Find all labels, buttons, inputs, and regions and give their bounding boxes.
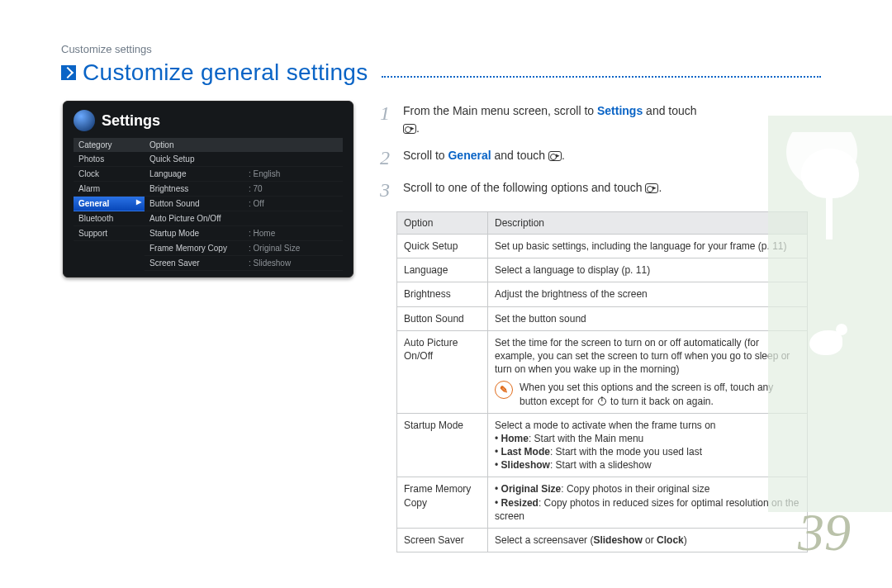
enter-icon	[403, 124, 416, 134]
decorative-background	[768, 116, 892, 512]
category-item: Bluetooth	[74, 211, 145, 226]
page-number: 39	[798, 502, 851, 563]
gear-icon	[74, 110, 95, 131]
page-title: Customize general settings	[83, 59, 368, 86]
term-settings: Settings	[597, 104, 643, 117]
option-row: Auto Picture On/Off	[145, 211, 343, 226]
category-item: Clock	[74, 167, 145, 182]
option-row: Quick Setup	[145, 152, 343, 167]
option-row: Language: English	[145, 167, 343, 182]
options-table: Option Description Quick Setup Set up ba…	[396, 211, 808, 552]
category-item: Alarm	[74, 182, 145, 197]
title-row: Customize general settings	[61, 59, 821, 86]
step-number: 3	[380, 179, 395, 202]
chevron-right-icon	[61, 65, 76, 80]
option-row: Startup Mode: Home	[145, 226, 343, 241]
device-settings-screen: Settings Category Photos Clock Alarm Gen…	[63, 101, 353, 277]
option-row: Brightness: 70	[145, 182, 343, 197]
option-row: Frame Memory Copy: Original Size	[145, 241, 343, 256]
table-row: Brightness Adjust the brightness of the …	[397, 282, 808, 306]
table-row: Button Sound Set the button sound	[397, 306, 808, 330]
table-row: Startup Mode Select a mode to activate w…	[397, 413, 808, 477]
table-row: Auto Picture On/Off Set the time for the…	[397, 330, 808, 413]
screen-title: Settings	[102, 112, 160, 130]
table-row: Frame Memory Copy Original Size: Copy ph…	[397, 477, 808, 529]
step-2: 2 Scroll to General and touch .	[380, 147, 809, 169]
steps-list: 1 From the Main menu screen, scroll to S…	[380, 102, 809, 211]
note-icon: ✎	[495, 381, 513, 399]
enter-icon	[548, 151, 562, 161]
category-item: Support	[74, 226, 145, 241]
category-item: Photos	[74, 152, 145, 167]
option-row: Button Sound: Off	[145, 197, 343, 211]
table-row: Quick Setup Set up basic settings, inclu…	[397, 235, 808, 258]
col-option: Option	[397, 212, 488, 235]
category-column: Category Photos Clock Alarm General Blue…	[74, 138, 145, 271]
step-number: 2	[380, 147, 395, 169]
duck-icon	[809, 330, 842, 355]
enter-icon	[645, 183, 658, 193]
step-number: 1	[380, 102, 395, 125]
breadcrumb: Customize settings	[61, 43, 152, 55]
tree-icon	[793, 149, 867, 239]
step-1: 1 From the Main menu screen, scroll to S…	[380, 102, 809, 137]
term-general: General	[448, 149, 491, 162]
step-3: 3 Scroll to one of the following options…	[380, 179, 809, 202]
col-description: Description	[488, 212, 808, 235]
table-row: Screen Saver Select a screensaver (Slide…	[397, 529, 808, 552]
option-row: Screen Saver: Slideshow	[145, 256, 343, 271]
category-header: Category	[74, 138, 145, 152]
category-item-selected: General	[74, 197, 145, 211]
power-icon	[598, 397, 606, 405]
option-header: Option	[145, 138, 343, 152]
divider-dots	[382, 76, 821, 78]
table-row: Language Select a language to display (p…	[397, 258, 808, 282]
option-column: Option Quick Setup Language: English Bri…	[145, 138, 343, 271]
